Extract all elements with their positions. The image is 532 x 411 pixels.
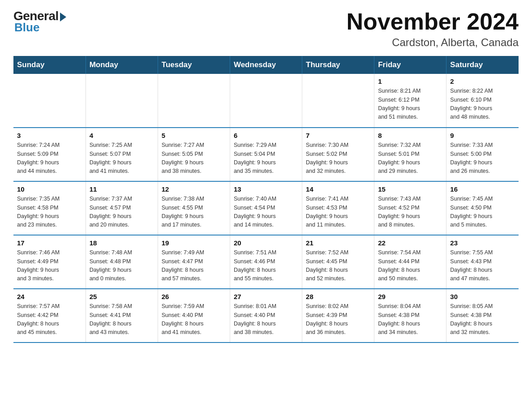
day-number: 7 (306, 132, 370, 139)
week-row-5: 24Sunrise: 7:57 AM Sunset: 4:42 PM Dayli… (13, 289, 519, 342)
day-info: Sunrise: 7:58 AM Sunset: 4:41 PM Dayligh… (90, 302, 154, 337)
weekday-header-monday: Monday (86, 56, 158, 74)
day-info: Sunrise: 7:40 AM Sunset: 4:54 PM Dayligh… (234, 195, 298, 230)
day-info: Sunrise: 7:51 AM Sunset: 4:46 PM Dayligh… (234, 248, 298, 283)
day-info: Sunrise: 7:38 AM Sunset: 4:55 PM Dayligh… (162, 195, 226, 230)
calendar-cell: 23Sunrise: 7:55 AM Sunset: 4:43 PM Dayli… (446, 235, 519, 289)
day-number: 16 (450, 185, 515, 193)
calendar-cell: 17Sunrise: 7:46 AM Sunset: 4:49 PM Dayli… (13, 235, 86, 289)
calendar-cell: 30Sunrise: 8:05 AM Sunset: 4:38 PM Dayli… (446, 289, 519, 342)
calendar-cell: 3Sunrise: 7:24 AM Sunset: 5:09 PM Daylig… (13, 128, 86, 181)
day-info: Sunrise: 7:59 AM Sunset: 4:40 PM Dayligh… (162, 302, 226, 337)
calendar-cell: 4Sunrise: 7:25 AM Sunset: 5:07 PM Daylig… (86, 128, 158, 181)
calendar-cell: 26Sunrise: 7:59 AM Sunset: 4:40 PM Dayli… (158, 289, 230, 342)
title-area: November 2024 Cardston, Alberta, Canada (347, 9, 519, 49)
weekday-header-sunday: Sunday (13, 56, 86, 74)
day-info: Sunrise: 7:30 AM Sunset: 5:02 PM Dayligh… (306, 141, 370, 176)
calendar-cell: 9Sunrise: 7:33 AM Sunset: 5:00 PM Daylig… (446, 128, 519, 181)
day-number: 24 (17, 293, 82, 300)
calendar-cell: 11Sunrise: 7:37 AM Sunset: 4:57 PM Dayli… (86, 181, 158, 235)
logo: General Blue (13, 9, 66, 34)
weekday-header-friday: Friday (374, 56, 446, 74)
day-info: Sunrise: 8:01 AM Sunset: 4:40 PM Dayligh… (234, 302, 298, 337)
calendar-cell: 12Sunrise: 7:38 AM Sunset: 4:55 PM Dayli… (158, 181, 230, 235)
calendar-cell: 15Sunrise: 7:43 AM Sunset: 4:52 PM Dayli… (374, 181, 446, 235)
calendar-cell: 18Sunrise: 7:48 AM Sunset: 4:48 PM Dayli… (86, 235, 158, 289)
calendar-cell: 5Sunrise: 7:27 AM Sunset: 5:05 PM Daylig… (158, 128, 230, 181)
day-info: Sunrise: 7:27 AM Sunset: 5:05 PM Dayligh… (162, 141, 226, 176)
week-row-3: 10Sunrise: 7:35 AM Sunset: 4:58 PM Dayli… (13, 181, 519, 235)
calendar-table: SundayMondayTuesdayWednesdayThursdayFrid… (13, 56, 519, 343)
calendar-cell: 13Sunrise: 7:40 AM Sunset: 4:54 PM Dayli… (230, 181, 302, 235)
calendar-cell: 6Sunrise: 7:29 AM Sunset: 5:04 PM Daylig… (230, 128, 302, 181)
day-number: 18 (90, 239, 154, 247)
day-number: 27 (234, 293, 298, 300)
calendar-cell (86, 74, 158, 128)
day-info: Sunrise: 7:37 AM Sunset: 4:57 PM Dayligh… (90, 195, 154, 230)
day-number: 6 (234, 132, 298, 139)
weekday-header-saturday: Saturday (446, 56, 519, 74)
day-number: 9 (450, 132, 515, 139)
calendar-cell (13, 74, 86, 128)
day-info: Sunrise: 7:35 AM Sunset: 4:58 PM Dayligh… (17, 195, 82, 230)
week-row-1: 1Sunrise: 8:21 AM Sunset: 6:12 PM Daylig… (13, 74, 519, 128)
day-number: 19 (162, 239, 226, 247)
day-number: 11 (90, 185, 154, 193)
logo-triangle-icon (60, 13, 66, 21)
day-number: 14 (306, 185, 370, 193)
month-title: November 2024 (347, 9, 519, 34)
week-row-2: 3Sunrise: 7:24 AM Sunset: 5:09 PM Daylig… (13, 128, 519, 181)
day-number: 20 (234, 239, 298, 247)
day-info: Sunrise: 7:25 AM Sunset: 5:07 PM Dayligh… (90, 141, 154, 176)
day-info: Sunrise: 7:33 AM Sunset: 5:00 PM Dayligh… (450, 141, 515, 176)
calendar-cell: 10Sunrise: 7:35 AM Sunset: 4:58 PM Dayli… (13, 181, 86, 235)
calendar-cell: 22Sunrise: 7:54 AM Sunset: 4:44 PM Dayli… (374, 235, 446, 289)
calendar-cell: 27Sunrise: 8:01 AM Sunset: 4:40 PM Dayli… (230, 289, 302, 342)
calendar-cell: 21Sunrise: 7:52 AM Sunset: 4:45 PM Dayli… (302, 235, 374, 289)
day-info: Sunrise: 7:55 AM Sunset: 4:43 PM Dayligh… (450, 248, 515, 283)
calendar-cell: 2Sunrise: 8:22 AM Sunset: 6:10 PM Daylig… (446, 74, 519, 128)
day-info: Sunrise: 8:04 AM Sunset: 4:38 PM Dayligh… (378, 302, 442, 337)
day-number: 8 (378, 132, 442, 139)
calendar-cell: 19Sunrise: 7:49 AM Sunset: 4:47 PM Dayli… (158, 235, 230, 289)
day-number: 26 (162, 293, 226, 300)
day-number: 25 (90, 293, 154, 300)
day-info: Sunrise: 7:43 AM Sunset: 4:52 PM Dayligh… (378, 195, 442, 230)
day-info: Sunrise: 8:02 AM Sunset: 4:39 PM Dayligh… (306, 302, 370, 337)
day-number: 3 (17, 132, 82, 139)
calendar-cell: 7Sunrise: 7:30 AM Sunset: 5:02 PM Daylig… (302, 128, 374, 181)
day-number: 21 (306, 239, 370, 247)
day-number: 12 (162, 185, 226, 193)
day-number: 22 (378, 239, 442, 247)
page-header: General Blue November 2024 Cardston, Alb… (13, 9, 519, 49)
logo-blue-text: Blue (14, 21, 39, 34)
calendar-cell: 14Sunrise: 7:41 AM Sunset: 4:53 PM Dayli… (302, 181, 374, 235)
day-number: 29 (378, 293, 442, 300)
day-info: Sunrise: 7:49 AM Sunset: 4:47 PM Dayligh… (162, 248, 226, 283)
calendar-cell: 25Sunrise: 7:58 AM Sunset: 4:41 PM Dayli… (86, 289, 158, 342)
day-info: Sunrise: 7:48 AM Sunset: 4:48 PM Dayligh… (90, 248, 154, 283)
calendar-cell: 28Sunrise: 8:02 AM Sunset: 4:39 PM Dayli… (302, 289, 374, 342)
day-number: 15 (378, 185, 442, 193)
day-number: 17 (17, 239, 82, 247)
calendar-cell: 16Sunrise: 7:45 AM Sunset: 4:50 PM Dayli… (446, 181, 519, 235)
day-number: 2 (450, 77, 515, 85)
day-info: Sunrise: 7:52 AM Sunset: 4:45 PM Dayligh… (306, 248, 370, 283)
day-info: Sunrise: 7:32 AM Sunset: 5:01 PM Dayligh… (378, 141, 442, 176)
day-number: 28 (306, 293, 370, 300)
calendar-cell: 29Sunrise: 8:04 AM Sunset: 4:38 PM Dayli… (374, 289, 446, 342)
week-row-4: 17Sunrise: 7:46 AM Sunset: 4:49 PM Dayli… (13, 235, 519, 289)
day-number: 10 (17, 185, 82, 193)
weekday-header-row: SundayMondayTuesdayWednesdayThursdayFrid… (13, 56, 519, 74)
day-info: Sunrise: 8:21 AM Sunset: 6:12 PM Dayligh… (378, 87, 442, 122)
day-info: Sunrise: 7:29 AM Sunset: 5:04 PM Dayligh… (234, 141, 298, 176)
day-number: 30 (450, 293, 515, 300)
day-info: Sunrise: 7:45 AM Sunset: 4:50 PM Dayligh… (450, 195, 515, 230)
calendar-cell: 8Sunrise: 7:32 AM Sunset: 5:01 PM Daylig… (374, 128, 446, 181)
day-info: Sunrise: 7:54 AM Sunset: 4:44 PM Dayligh… (378, 248, 442, 283)
day-number: 13 (234, 185, 298, 193)
day-info: Sunrise: 7:41 AM Sunset: 4:53 PM Dayligh… (306, 195, 370, 230)
calendar-cell (158, 74, 230, 128)
day-number: 1 (378, 77, 442, 85)
location: Cardston, Alberta, Canada (347, 36, 519, 49)
